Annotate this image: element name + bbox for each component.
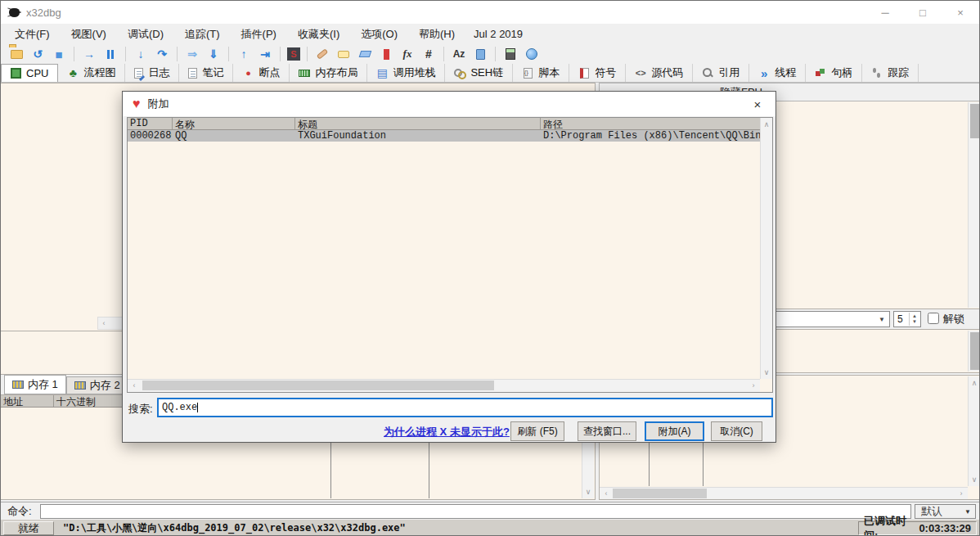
attach-dialog-titlebar: ♥ 附加 × — [123, 92, 775, 116]
scroll-thumb[interactable] — [970, 332, 979, 370]
spinner-arrows-icon[interactable]: ▲▼ — [909, 313, 919, 326]
labels-icon[interactable] — [357, 47, 373, 62]
scroll-right-icon[interactable]: › — [748, 380, 758, 391]
assemble-icon[interactable]: Az — [451, 47, 467, 62]
stop-icon[interactable]: ■ — [51, 47, 67, 62]
execute-till-return-icon[interactable]: ↑ — [236, 47, 252, 62]
scroll-left-icon[interactable]: ‹ — [601, 488, 611, 499]
tab-seh-chain[interactable]: SEH链 — [445, 64, 513, 82]
scroll-thumb[interactable] — [613, 489, 707, 498]
tab-log[interactable]: 日志 — [125, 64, 179, 82]
run-to-user-code-icon[interactable]: ⇥ — [257, 47, 273, 62]
minimize-button[interactable]: ─ — [866, 1, 904, 24]
refresh-button[interactable]: 刷新 (F5) — [510, 421, 564, 441]
process-row-selected[interactable]: 0000268C QQ TXGuiFoundation D:\Program F… — [128, 130, 772, 142]
column-address[interactable]: 地址 — [1, 395, 54, 407]
tab-references[interactable]: 引用 — [693, 64, 749, 82]
cancel-button[interactable]: 取消(C) — [711, 421, 762, 441]
update-icon[interactable] — [472, 47, 488, 62]
process-name: QQ — [173, 130, 295, 142]
scroll-down-icon[interactable]: ∨ — [761, 367, 772, 378]
tab-memory-map[interactable]: 内存布局 — [290, 64, 367, 82]
tab-notes[interactable]: 笔记 — [179, 64, 233, 82]
chevron-down-icon: ▼ — [879, 316, 885, 323]
close-button[interactable]: × — [942, 1, 979, 24]
patches-icon[interactable] — [314, 47, 330, 62]
calculator-icon[interactable] — [502, 47, 519, 62]
stack-vscrollbar[interactable]: ∧ ∨ — [968, 376, 980, 486]
scroll-right-icon[interactable]: › — [956, 488, 966, 499]
scroll-left-icon[interactable]: ‹ — [98, 318, 110, 329]
control-flow-icon[interactable]: # — [420, 47, 437, 62]
tab-trace[interactable]: 跟踪 — [862, 64, 919, 82]
comments-icon[interactable] — [335, 47, 352, 62]
attach-button[interactable]: 附加(A) — [645, 421, 704, 441]
seh-setup-icon[interactable]: S — [287, 47, 300, 61]
menu-debug[interactable]: 调试(D) — [117, 25, 174, 44]
dialog-buttons: 为什么进程 X 未显示于此? 刷新 (F5) 查找窗口... 附加(A) 取消(… — [123, 421, 775, 441]
why-not-shown-link[interactable]: 为什么进程 X 未显示于此? — [384, 425, 510, 439]
profile-dropdown[interactable]: 默认 ▼ — [915, 504, 976, 519]
menu-view[interactable]: 视图(V) — [61, 25, 117, 44]
threads-icon: » — [758, 67, 770, 79]
unlock-checkbox[interactable] — [928, 313, 939, 324]
scroll-down-icon[interactable]: ∨ — [582, 486, 594, 498]
scroll-down-icon[interactable]: ∨ — [969, 474, 980, 485]
status-bar: 就绪 "D:\工具\小黑\逆向\x64dbg_2019_07_02\releas… — [1, 520, 979, 536]
scroll-left-icon[interactable]: ‹ — [129, 380, 139, 391]
rows-spinner[interactable]: 5 ▲▼ — [893, 311, 921, 327]
column-name[interactable]: 名称 — [173, 118, 295, 129]
footprints-icon — [871, 67, 883, 79]
stack-hscrollbar[interactable]: ‹ › — [600, 487, 968, 499]
command-input[interactable] — [40, 504, 911, 519]
process-list[interactable]: PID 名称 标题 路径 0000268C QQ TXGuiFoundation… — [127, 117, 773, 393]
column-path[interactable]: 路径 — [541, 118, 772, 129]
trace-into-icon[interactable]: ⇒ — [184, 47, 200, 62]
scroll-up-icon[interactable]: ∧ — [969, 377, 980, 389]
restart-icon[interactable]: ↺ — [29, 47, 46, 62]
dialog-close-button[interactable]: × — [739, 92, 775, 116]
tab-script[interactable]: {}脚本 — [513, 64, 569, 82]
tab-cpu[interactable]: CPU — [1, 64, 58, 82]
menu-plugins[interactable]: 插件(P) — [231, 25, 287, 44]
run-icon[interactable]: → — [81, 47, 97, 62]
bookmarks-icon[interactable] — [378, 47, 394, 62]
column-pid[interactable]: PID — [128, 118, 173, 129]
log-icon — [134, 68, 143, 79]
menu-build-date[interactable]: Jul 2 2019 — [465, 25, 531, 43]
menu-favourites[interactable]: 收藏夹(I) — [287, 25, 350, 44]
maximize-button[interactable]: □ — [904, 1, 942, 24]
tab-graph[interactable]: ♣流程图 — [58, 64, 125, 82]
source-code-icon: <> — [635, 67, 646, 79]
process-list-vscrollbar[interactable]: ∧ ∨ — [760, 118, 772, 379]
tab-source[interactable]: <>源代码 — [626, 64, 693, 82]
step-over-icon[interactable]: ↷ — [154, 47, 170, 62]
arguments-vscrollbar[interactable] — [968, 331, 980, 372]
scroll-up-icon[interactable]: ∧ — [761, 119, 772, 130]
search-input[interactable]: QQ.exe — [157, 398, 773, 417]
tab-memory-2[interactable]: 内存 2 — [66, 376, 128, 394]
tab-threads[interactable]: »线程 — [749, 64, 806, 82]
tab-handles[interactable]: 句柄 — [806, 64, 862, 82]
x32dbg-window: x32dbg ─ □ × 文件(F) 视图(V) 调试(D) 追踪(T) 插件(… — [0, 0, 980, 536]
menu-trace[interactable]: 追踪(T) — [174, 25, 231, 44]
step-into-icon[interactable]: ↓ — [133, 47, 149, 62]
column-title[interactable]: 标题 — [295, 118, 541, 129]
language-icon[interactable] — [524, 47, 540, 62]
find-window-button[interactable]: 查找窗口... — [578, 421, 636, 441]
tab-symbols[interactable]: 符号 — [569, 64, 626, 82]
functions-icon[interactable]: fx — [399, 47, 416, 62]
trace-over-icon[interactable]: ⇓ — [205, 47, 222, 62]
scroll-thumb[interactable] — [970, 104, 979, 138]
menu-options[interactable]: 选项(O) — [350, 25, 408, 44]
scroll-thumb[interactable] — [142, 381, 494, 390]
registers-vscrollbar[interactable] — [968, 102, 980, 308]
tab-call-stack[interactable]: ▤调用堆栈 — [367, 64, 445, 82]
tab-breakpoints[interactable]: ●断点 — [233, 64, 290, 82]
tab-memory-1[interactable]: 内存 1 — [4, 375, 66, 394]
open-file-icon[interactable] — [8, 47, 25, 62]
menu-help[interactable]: 帮助(H) — [408, 25, 465, 44]
pause-icon[interactable] — [102, 47, 119, 62]
process-list-hscrollbar[interactable]: ‹ › — [128, 379, 760, 392]
menu-file[interactable]: 文件(F) — [4, 25, 61, 44]
